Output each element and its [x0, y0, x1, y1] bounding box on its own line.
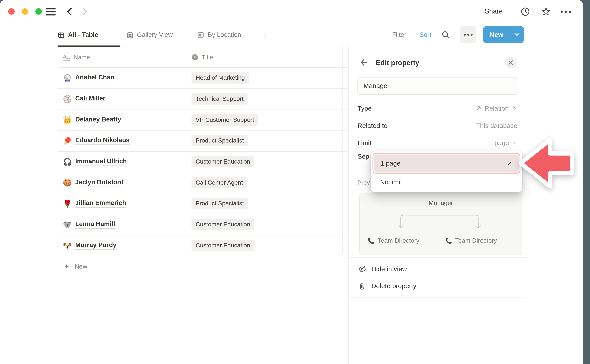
name-cell[interactable]: 🎡Anabel Chan — [58, 74, 188, 82]
screen: Share All - Table Gallery View By Locati… — [0, 0, 590, 364]
page-name-link[interactable]: Lenna Hamill — [75, 220, 115, 229]
option-label: 1 page — [380, 159, 400, 167]
page-emoji-icon: 🏓 — [63, 137, 72, 144]
name-cell[interactable]: 🎧Immanuel Ullrich — [58, 158, 188, 166]
title-cell[interactable]: Customer Education — [188, 219, 348, 230]
tab-by-location[interactable]: By Location — [197, 23, 241, 47]
column-header-name[interactable]: Aa Name — [58, 54, 188, 61]
title-cell[interactable]: Head of Marketing — [188, 72, 348, 84]
name-cell[interactable]: 🐶Murray Purdy — [58, 241, 188, 250]
title-value: Technical Support — [192, 93, 248, 104]
more-options-icon[interactable] — [561, 11, 571, 13]
updates-clock-icon[interactable] — [520, 6, 531, 17]
search-icon[interactable] — [441, 30, 450, 39]
preview-child-label: Team Directory — [378, 237, 420, 244]
table-row: 🐶Murray Purdy Customer Education — [58, 235, 348, 256]
new-row-button[interactable]: + New — [58, 256, 348, 277]
property-limit-row[interactable]: Limit 1 page — [358, 137, 518, 149]
preview-child-item: 📞 Team Directory — [368, 237, 420, 244]
tab-label: By Location — [208, 31, 241, 39]
name-cell[interactable]: 🏓Eduardo Nikolaus — [58, 137, 188, 145]
new-button-label: New — [483, 26, 510, 43]
table-row: 🏓Eduardo Nikolaus Product Specialist — [58, 130, 348, 151]
relation-arrow-icon — [475, 105, 482, 112]
share-button[interactable]: Share — [485, 7, 503, 15]
forward-icon[interactable] — [79, 6, 90, 17]
page-name-link[interactable]: Cali Miller — [75, 95, 105, 103]
delete-property-button[interactable]: Delete property — [358, 281, 416, 291]
property-related-row[interactable]: Related to This database — [358, 120, 518, 131]
back-icon[interactable] — [65, 6, 75, 17]
column-header-title[interactable]: Title — [188, 54, 348, 61]
table-row: 🐨Lenna Hamill Customer Education — [58, 214, 348, 235]
page-name-link[interactable]: Delaney Beatty — [75, 116, 121, 124]
table-row: 🌹Jillian Emmerich Product Specialist — [58, 193, 348, 214]
page-name-link[interactable]: Murray Purdy — [75, 241, 117, 250]
check-icon: ✓ — [507, 159, 512, 168]
title-value: Call Center Agent — [192, 177, 247, 188]
page-emoji-icon: 👑 — [63, 116, 72, 124]
tab-gallery-view[interactable]: Gallery View — [126, 23, 173, 47]
clipped-row-label: Sep — [358, 153, 369, 161]
preview-child-item: 📞 Team Directory — [445, 237, 497, 244]
property-name-input[interactable] — [358, 77, 517, 95]
dropdown-option-no-limit[interactable]: No limit — [371, 175, 521, 189]
database-table: Aa Name Title 🎡Anabel Chan Head of Marke… — [58, 47, 348, 277]
table-row: 🎧Immanuel Ullrich Customer Education — [58, 151, 348, 172]
name-cell[interactable]: 🐨Lenna Hamill — [58, 220, 188, 229]
hide-in-view-button[interactable]: Hide in view — [358, 264, 407, 274]
title-cell[interactable]: Call Center Agent — [188, 177, 348, 188]
phone-icon: 📞 — [368, 237, 375, 244]
action-label: Delete property — [371, 282, 416, 290]
column-divider[interactable] — [342, 47, 343, 253]
name-cell[interactable]: 🍪Jaclyn Botsford — [58, 179, 188, 187]
action-label: Hide in view — [371, 265, 407, 273]
sidebar-menu-icon[interactable] — [46, 8, 56, 15]
active-tab-underline — [58, 46, 120, 47]
select-property-icon — [192, 54, 198, 60]
new-dropdown-chevron-icon[interactable] — [512, 31, 522, 38]
panel-back-icon[interactable] — [359, 58, 368, 67]
filter-button[interactable]: Filter — [392, 23, 406, 47]
title-cell[interactable]: Customer Education — [188, 156, 348, 167]
limit-dropdown-menu: 1 page ✓ No limit — [371, 151, 522, 192]
panel-title: Edit property — [376, 59, 419, 67]
table-row: 👑Delaney Beatty VP Customer Support — [58, 110, 348, 130]
column-divider[interactable] — [188, 47, 188, 253]
tab-all-table[interactable]: All - Table — [58, 23, 98, 47]
title-value: Head of Marketing — [192, 72, 249, 84]
row-label: Type — [358, 104, 372, 112]
panel-close-button[interactable] — [505, 57, 517, 69]
page-emoji-icon: 🐨 — [63, 221, 72, 228]
dropdown-option-1-page[interactable]: 1 page ✓ — [373, 153, 520, 174]
sort-button[interactable]: Sort — [420, 23, 431, 47]
page-name-link[interactable]: Jillian Emmerich — [75, 200, 126, 208]
name-cell[interactable]: 🏐Cali Miller — [58, 95, 188, 103]
preview-child-label: Team Directory — [455, 237, 497, 244]
name-cell[interactable]: 🌹Jillian Emmerich — [58, 200, 188, 208]
clipped-preview-label: Prev — [358, 179, 370, 186]
title-cell[interactable]: Technical Support — [188, 93, 348, 104]
page-name-link[interactable]: Immanuel Ullrich — [75, 158, 127, 166]
name-cell[interactable]: 👑Delaney Beatty — [58, 116, 188, 124]
table-row: 🎡Anabel Chan Head of Marketing — [58, 68, 348, 89]
window-minimize-button[interactable] — [22, 8, 28, 15]
page-name-link[interactable]: Anabel Chan — [75, 74, 114, 82]
window-zoom-button[interactable] — [35, 8, 42, 15]
connector-arrows — [360, 208, 523, 231]
view-options-button[interactable] — [460, 26, 477, 43]
title-cell[interactable]: Product Specialist — [188, 198, 348, 209]
new-button[interactable]: New — [483, 26, 524, 43]
page-emoji-icon: 🐶 — [63, 242, 72, 249]
window-close-button[interactable] — [8, 8, 15, 15]
page-name-link[interactable]: Eduardo Nikolaus — [75, 137, 130, 145]
title-cell[interactable]: Product Specialist — [188, 135, 348, 146]
add-view-button[interactable]: + — [263, 23, 269, 47]
title-cell[interactable]: VP Customer Support — [188, 114, 348, 125]
title-cell[interactable]: Customer Education — [188, 240, 348, 251]
favorite-star-icon[interactable] — [541, 6, 551, 17]
phone-icon: 📞 — [445, 237, 452, 244]
property-type-row[interactable]: Type Relation — [358, 103, 518, 114]
row-value: 1 page — [489, 139, 509, 147]
page-name-link[interactable]: Jaclyn Botsford — [75, 179, 124, 187]
